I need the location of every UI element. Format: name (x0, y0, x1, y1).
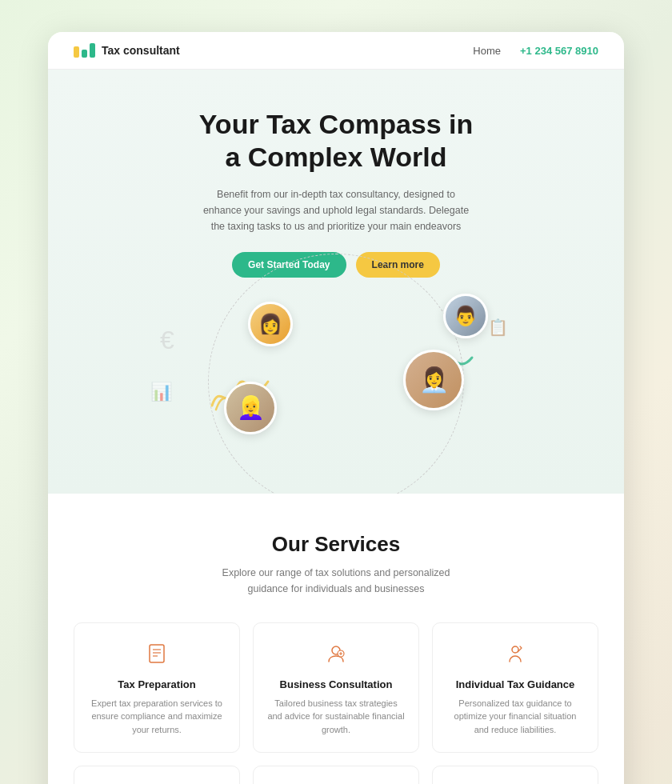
avatar-1: 👩 (248, 302, 293, 346)
avatar-3: 👨 (443, 294, 488, 338)
hero-section: Your Tax Compass in a Complex World Bene… (48, 70, 624, 494)
avatar-2: 👩‍💼 (403, 350, 464, 410)
hero-title: Your Tax Compass in a Complex World (74, 108, 598, 174)
nav-home-link[interactable]: Home (473, 45, 501, 57)
avatar-4: 👱‍♀️ (224, 382, 277, 434)
service-title-1: Tax Preparation (87, 678, 226, 690)
service-desc-1: Expert tax preparation services to ensur… (87, 697, 226, 737)
service-card-audit-support: Audit Support Comprehensive audit suppor… (253, 766, 419, 784)
logo-text: Tax consultant (102, 44, 180, 57)
services-title: Our Services (74, 532, 598, 557)
service-card-business-consultation: Business Consultation Tailored business … (253, 622, 419, 754)
tax-preparation-icon (87, 642, 226, 670)
site-header: Tax consultant Home +1 234 567 8910 (48, 32, 624, 70)
deco-doc-icon: 📋 (488, 318, 508, 337)
nav-phone: +1 234 567 8910 (520, 45, 598, 57)
service-desc-2: Tailored business tax strategies and adv… (266, 697, 406, 737)
service-title-2: Business Consultation (266, 678, 406, 690)
hero-subtitle: Benefit from our in-depth tax consultanc… (200, 186, 472, 234)
service-card-individual-tax: Individual Tax Guidance Personalized tax… (432, 622, 598, 754)
business-consultation-icon (266, 642, 406, 670)
services-section: Our Services Explore our range of tax so… (48, 494, 624, 784)
hero-visual: € 📊 📋 👩 👩‍💼 👨 (136, 302, 536, 462)
deco-chart-icon: € (160, 326, 174, 355)
browser-window: Tax consultant Home +1 234 567 8910 Your… (48, 32, 624, 784)
deco-bar-icon: 📊 (150, 382, 172, 402)
services-grid: Tax Preparation Expert tax preparation s… (74, 622, 598, 784)
service-card-estate-tax: Estate and Inheritance Tax Efficient est… (432, 766, 598, 784)
service-card-tax-preparation: Tax Preparation Expert tax preparation s… (74, 622, 240, 754)
service-card-tax-planning: Tax Planning Strategic tax planning for … (74, 766, 240, 784)
individual-tax-icon (446, 642, 585, 670)
services-subtitle: Explore our range of tax solutions and p… (208, 565, 464, 597)
nav-area: Home +1 234 567 8910 (473, 45, 598, 57)
svg-rect-0 (150, 645, 164, 662)
logo-area: Tax consultant (74, 43, 180, 58)
service-desc-3: Personalized tax guidance to optimize yo… (446, 697, 585, 737)
logo-icon (74, 43, 95, 58)
service-title-3: Individual Tax Guidance (446, 678, 585, 690)
